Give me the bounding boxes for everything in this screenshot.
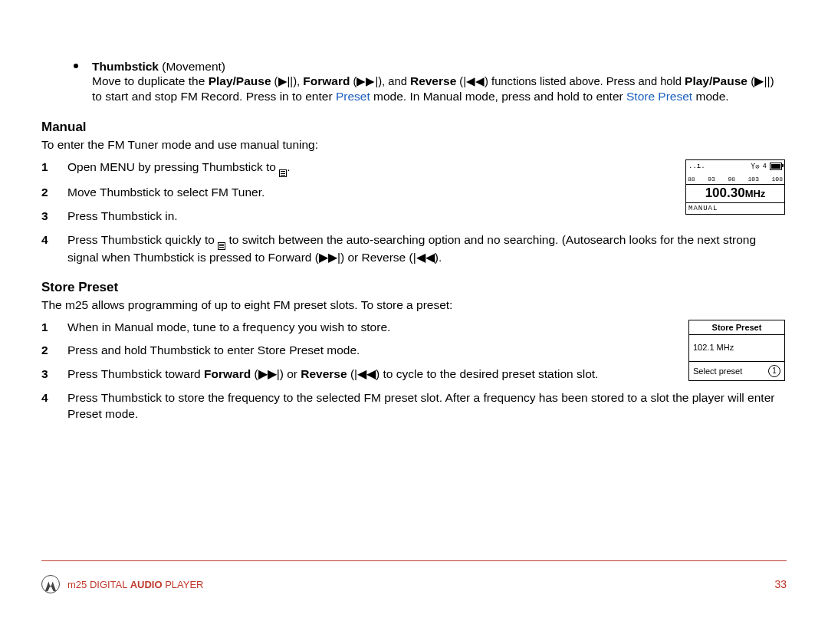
store-preset-link[interactable]: Store Preset xyxy=(626,90,692,103)
manual-intro: To enter the FM Tuner mode and use manua… xyxy=(41,138,785,152)
term-bold: Thumbstick xyxy=(92,60,159,73)
footer-brand: m25 DIGITAL AUDIO PLAYER xyxy=(67,579,203,590)
menu-icon xyxy=(279,169,287,177)
thumbstick-desc: Move to duplicate the Play/Pause (▶||), … xyxy=(92,74,785,104)
store-step-1: When in Manual mode, tune to a frequency… xyxy=(41,320,785,336)
bullet-dot-icon xyxy=(74,64,78,68)
term-line: Thumbstick (Movement) xyxy=(92,60,785,74)
preset-link[interactable]: Preset xyxy=(336,90,370,103)
store-step-2: Press and hold Thumbstick to enter Store… xyxy=(41,343,785,359)
store-intro: The m25 allows programming of up to eigh… xyxy=(41,298,785,312)
page-number: 33 xyxy=(774,578,787,590)
motorola-logo-icon xyxy=(41,575,60,593)
store-step-3: Press Thumbstick toward Forward (▶▶|) or… xyxy=(41,366,785,383)
heading-store-preset: Store Preset xyxy=(41,280,785,295)
manual-step-2: Move Thumbstick to select FM Tuner. xyxy=(41,185,785,201)
heading-manual: Manual xyxy=(41,120,785,135)
manual-steps: Open MENU by pressing Thumbstick to . Mo… xyxy=(41,159,785,265)
store-block: Store Preset 102.1 MHz Select preset 1 W… xyxy=(41,320,785,431)
page-footer: m25 DIGITAL AUDIO PLAYER 33 xyxy=(41,560,787,593)
store-step-4: Press Thumbstick to store the frequency … xyxy=(41,390,785,422)
term-rest: (Movement) xyxy=(159,60,225,73)
manual-block: ..ı. Ƴ⊘ 4 88 93 98 103 108 xyxy=(41,159,785,273)
manual-step-1: Open MENU by pressing Thumbstick to . xyxy=(41,159,785,177)
manual-step-3: Press Thumbstick in. xyxy=(41,209,785,225)
menu-icon xyxy=(218,242,225,250)
bullet-thumbstick: Thumbstick (Movement) Move to duplicate … xyxy=(41,60,785,104)
store-steps: When in Manual mode, tune to a frequency… xyxy=(41,320,785,423)
manual-step-4: Press Thumbstick quickly to to switch be… xyxy=(41,232,785,266)
